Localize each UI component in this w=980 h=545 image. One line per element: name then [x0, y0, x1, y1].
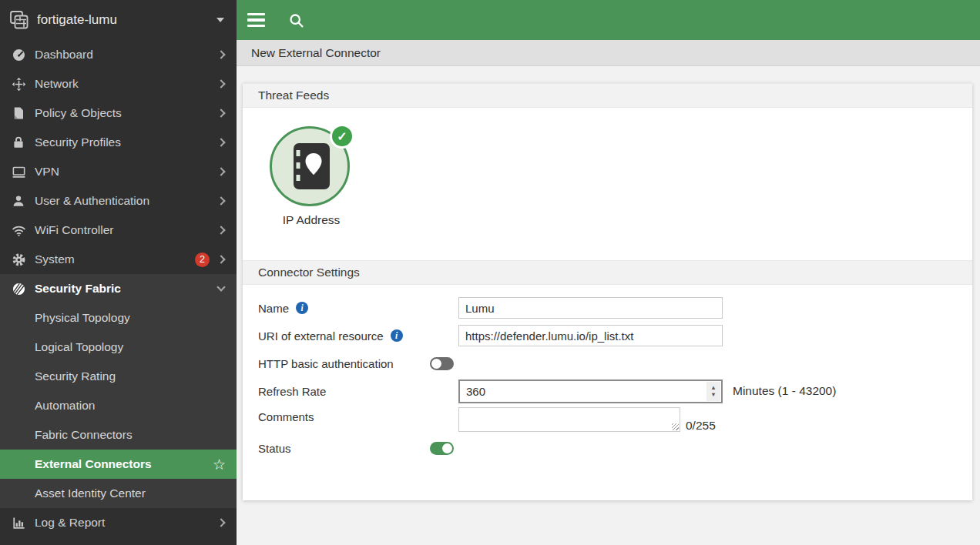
- chevron-down-icon: [216, 18, 224, 22]
- resize-handle-icon[interactable]: [672, 423, 679, 430]
- hamburger-menu-icon[interactable]: [247, 13, 265, 28]
- comments-textarea[interactable]: [458, 407, 680, 432]
- chevron-right-icon: [216, 138, 225, 146]
- chevron-right-icon: [216, 109, 225, 117]
- lock-icon: [11, 135, 26, 150]
- sidebar-item-external-connectors[interactable]: External Connectors ☆: [0, 450, 237, 479]
- connector-settings-form: Name i URI of external resource i: [243, 285, 972, 462]
- connector-settings-section-header: Connector Settings: [243, 260, 972, 285]
- sidebar-item-automation[interactable]: Automation: [0, 391, 237, 420]
- system-alert-badge: 2: [195, 252, 210, 267]
- main-area: New External Connector Threat Feeds: [237, 0, 980, 545]
- comments-counter: 0/255: [686, 419, 716, 434]
- name-input[interactable]: [458, 297, 723, 319]
- status-row: Status: [258, 434, 972, 462]
- http-auth-row: HTTP basic authentication: [258, 349, 972, 377]
- gauge-icon: [11, 47, 26, 62]
- hostname-label: fortigate-lumu: [37, 12, 117, 28]
- refresh-rate-label: Refresh Rate: [258, 385, 326, 398]
- refresh-rate-row: Refresh Rate ▲▼ Minutes (1 - 43200): [258, 377, 972, 405]
- sidebar-item-security-profiles[interactable]: Security Profiles: [0, 128, 237, 157]
- sidebar-item-network[interactable]: Network: [0, 69, 237, 99]
- sidebar-item-user-authentication[interactable]: User & Authentication: [0, 186, 237, 216]
- threat-feeds-area: ✓ IP Address: [243, 108, 972, 260]
- comments-row: Comments 0/255: [258, 405, 972, 434]
- breadcrumb: New External Connector: [237, 40, 980, 66]
- fortigate-logo-icon: [9, 10, 29, 30]
- sidebar-item-log-report[interactable]: Log & Report: [0, 508, 237, 537]
- chevron-down-icon: [216, 283, 225, 291]
- sidebar-item-security-fabric[interactable]: Security Fabric: [0, 274, 237, 303]
- document-icon: [11, 105, 26, 121]
- sidebar-item-policy-objects[interactable]: Policy & Objects: [0, 99, 237, 128]
- info-icon[interactable]: i: [391, 329, 403, 342]
- comments-label: Comments: [258, 410, 314, 423]
- chevron-right-icon: [216, 196, 225, 205]
- chevron-right-icon: [216, 226, 225, 234]
- bar-chart-icon: [11, 515, 26, 530]
- connector-card: Threat Feeds ✓: [243, 83, 972, 500]
- uri-row: URI of external resource i: [258, 322, 972, 349]
- address-book-pin-icon: ✓: [270, 126, 350, 206]
- status-toggle[interactable]: [430, 442, 454, 455]
- refresh-rate-input[interactable]: [458, 379, 723, 403]
- refresh-rate-unit: Minutes (1 - 43200): [733, 384, 836, 398]
- number-spinner-icon[interactable]: ▲▼: [706, 382, 720, 401]
- check-badge-icon: ✓: [330, 124, 354, 149]
- monitor-icon: [11, 164, 26, 179]
- fortigate-app-window: fortigate-lumu Dashboard Network Policy …: [0, 0, 980, 545]
- page-title: New External Connector: [251, 46, 381, 60]
- sidebar: fortigate-lumu Dashboard Network Policy …: [0, 0, 237, 545]
- uri-label: URI of external resource: [258, 329, 384, 343]
- sidebar-item-system[interactable]: System 2: [0, 245, 237, 274]
- sidebar-item-asset-identity-center[interactable]: Asset Identity Center: [0, 479, 237, 508]
- hostname-menu[interactable]: fortigate-lumu: [0, 0, 237, 40]
- fabric-icon: [11, 281, 26, 296]
- ip-address-feed-tile[interactable]: ✓ IP Address: [270, 126, 353, 227]
- chevron-right-icon: [216, 50, 225, 59]
- topbar: [237, 0, 980, 40]
- sidebar-item-security-rating[interactable]: Security Rating: [0, 362, 237, 391]
- gear-icon: [11, 252, 26, 267]
- wifi-icon: [11, 222, 26, 238]
- name-row: Name i: [258, 294, 972, 322]
- info-icon[interactable]: i: [296, 302, 308, 314]
- chevron-right-icon: [216, 167, 225, 176]
- sidebar-item-wifi-controller[interactable]: WiFi Controller: [0, 216, 237, 245]
- http-auth-toggle[interactable]: [430, 357, 454, 370]
- search-icon[interactable]: [288, 12, 304, 28]
- content-area: Threat Feeds ✓: [237, 66, 980, 545]
- arrows-move-icon: [11, 76, 26, 92]
- sidebar-item-vpn[interactable]: VPN: [0, 157, 237, 186]
- uri-input[interactable]: [458, 325, 723, 346]
- sidebar-item-dashboard[interactable]: Dashboard: [0, 40, 237, 69]
- feed-tile-label: IP Address: [270, 213, 353, 227]
- threat-feeds-section-header: Threat Feeds: [243, 83, 972, 108]
- sidebar-item-logical-topology[interactable]: Logical Topology: [0, 333, 237, 362]
- favorite-star-icon[interactable]: ☆: [213, 457, 226, 472]
- http-auth-label: HTTP basic authentication: [258, 357, 394, 370]
- chevron-right-icon: [216, 255, 225, 263]
- chevron-right-icon: [216, 79, 225, 88]
- name-label: Name: [258, 302, 289, 315]
- chevron-right-icon: [216, 518, 225, 527]
- user-icon: [11, 193, 26, 209]
- sidebar-item-fabric-connectors[interactable]: Fabric Connectors: [0, 420, 237, 450]
- sidebar-item-physical-topology[interactable]: Physical Topology: [0, 303, 237, 333]
- status-label: Status: [258, 442, 291, 455]
